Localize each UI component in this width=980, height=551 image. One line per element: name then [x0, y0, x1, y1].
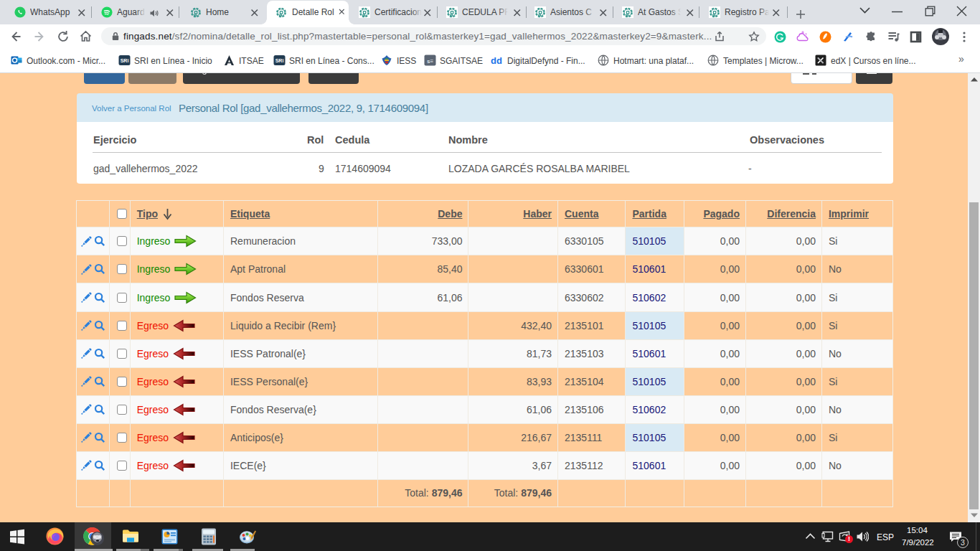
svg-text:dd: dd [491, 55, 502, 66]
svg-text:SRi: SRi [275, 58, 284, 63]
svg-text:s≡: s≡ [427, 58, 433, 65]
svg-text:SRi: SRi [121, 58, 129, 63]
